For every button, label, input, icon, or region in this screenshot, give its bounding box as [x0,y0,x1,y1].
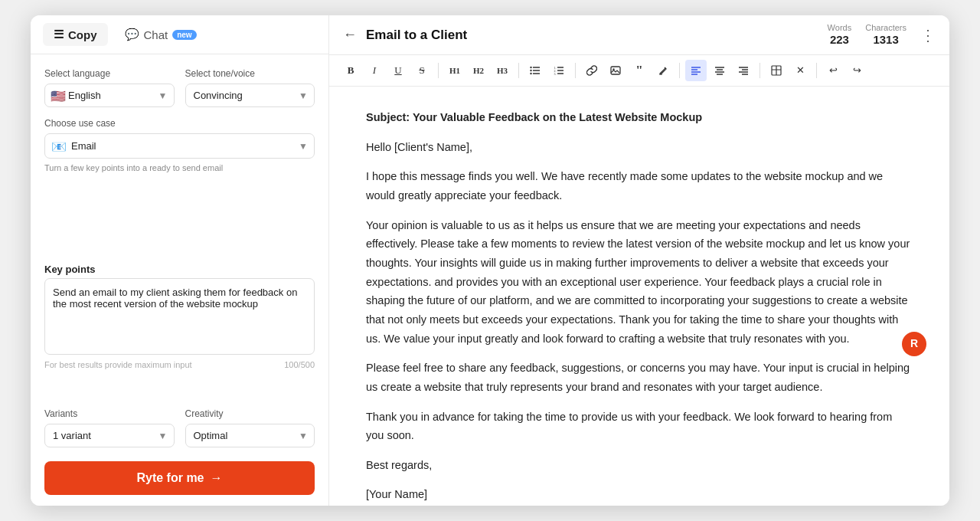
toolbar-undo[interactable]: ↩ [822,60,844,81]
toolbar-bold[interactable]: B [340,60,361,81]
toolbar-align-right[interactable] [733,60,754,81]
words-value: 223 [830,33,849,47]
key-points-field: Key points Send an email to my client as… [44,264,315,398]
toolbar-sep-2 [518,63,519,78]
toolbar-sep-3 [575,63,576,78]
more-options-button[interactable]: ⋮ [920,26,936,44]
chars-value: 1313 [873,33,898,47]
tab-copy[interactable]: ☰ Copy [43,23,108,46]
email-para3: Please feel free to share any feedback, … [366,359,913,396]
use-case-label: Choose use case [44,118,315,129]
toolbar-h3[interactable]: H3 [492,60,513,81]
email-signature: [Your Name] [366,485,913,504]
chat-tab-icon: 💬 [125,28,139,41]
variants-field: Variants 1 variant 2 variants 3 variants… [44,408,175,447]
toolbar-sep-5 [760,63,760,78]
copy-tab-label: Copy [68,28,97,41]
language-select-wrapper: English French Spanish German 🇺🇸 ▼ [44,84,175,107]
toolbar-sep-1 [438,63,439,78]
email-subject: Subject: Your Valuable Feedback on the L… [366,108,913,127]
email-para2: Your opinion is valuable to us as it hel… [366,216,913,348]
svg-point-3 [530,67,531,68]
tone-select[interactable]: Convincing Formal Casual Friendly [185,84,315,107]
svg-point-5 [530,73,531,74]
toolbar-align-center[interactable] [709,60,730,81]
svg-point-4 [530,70,531,71]
variants-creativity-row: Variants 1 variant 2 variants 3 variants… [44,408,315,447]
back-button[interactable]: ← [343,27,357,43]
header-meta: Words 223 Characters 1313 ⋮ [828,23,936,47]
chat-badge: new [172,30,196,40]
toolbar-h2[interactable]: H2 [468,60,489,81]
tone-label: Select tone/voice [185,68,315,79]
svg-rect-12 [611,67,620,74]
right-panel: ← Email to a Client Words 223 Characters… [329,15,949,506]
language-label: Select language [44,68,175,79]
chat-tab-label: Chat [144,28,168,41]
copy-tab-icon: ☰ [54,28,64,41]
ryte-button-arrow: → [211,471,223,485]
toolbar-quote[interactable]: " [629,60,650,81]
tone-select-wrapper: Convincing Formal Casual Friendly ▼ [185,84,315,107]
right-header: ← Email to a Client Words 223 Characters… [329,15,949,55]
toolbar-list-ol[interactable]: 1.2.3. [548,60,570,81]
toolbar-strikethrough[interactable]: S [411,60,433,81]
editor-toolbar: B I U S H1 H2 H3 1.2.3. " [329,55,949,87]
creativity-label: Creativity [185,408,315,419]
char-count-block: Characters 1313 [865,23,906,47]
toolbar-list-ul[interactable] [524,60,546,81]
variants-select-wrapper: 1 variant 2 variants 3 variants ▼ [44,424,175,447]
svg-text:3.: 3. [554,72,557,76]
left-header: ☰ Copy 💬 Chat new [31,15,328,54]
lang-tone-row: Select language English French Spanish G… [44,68,315,107]
toolbar-italic[interactable]: I [364,60,385,81]
email-para1: I hope this message finds you well. We h… [366,167,913,205]
words-label: Words [828,23,852,33]
email-closing: Best regards, [366,456,913,475]
user-avatar: R [902,332,926,356]
toolbar-highlight[interactable] [652,60,674,81]
use-case-wrapper: 📧 Email Blog Social ▼ [44,133,315,159]
left-body: Select language English French Spanish G… [31,54,328,506]
editor-content[interactable]: Subject: Your Valuable Feedback on the L… [329,87,949,506]
key-points-label: Key points [44,264,315,275]
creativity-select[interactable]: Optimal Low High [185,424,315,447]
use-case-hint: Turn a few key points into a ready to se… [44,163,315,172]
email-greeting: Hello [Client's Name], [366,138,913,157]
language-select[interactable]: English French Spanish German [44,84,175,107]
app-container: ☰ Copy 💬 Chat new Select language Englis… [31,15,949,506]
email-para4: Thank you in advance for taking the time… [366,408,913,445]
toolbar-underline[interactable]: U [387,60,409,81]
language-field: Select language English French Spanish G… [44,68,175,107]
use-case-select[interactable]: Email Blog Social [44,133,315,159]
toolbar-align-left[interactable] [685,60,707,81]
toolbar-image[interactable] [605,60,626,81]
chars-label: Characters [865,23,906,33]
key-points-textarea[interactable]: Send an email to my client asking them f… [44,278,315,355]
document-title: Email to a Client [366,28,818,43]
toolbar-sep-6 [816,63,817,78]
toolbar-table[interactable] [766,60,787,81]
key-points-hint: For best results provide maximum input [44,360,192,369]
left-panel: ☰ Copy 💬 Chat new Select language Englis… [31,15,329,506]
toolbar-clear[interactable]: ✕ [789,60,811,81]
variants-label: Variants [44,408,175,419]
use-case-field: Choose use case 📧 Email Blog Social ▼ Tu… [44,118,315,253]
creativity-field: Creativity Optimal Low High ▼ [185,408,315,447]
toolbar-h1[interactable]: H1 [444,60,466,81]
tab-chat[interactable]: 💬 Chat new [114,23,207,46]
creativity-select-wrapper: Optimal Low High ▼ [185,424,315,447]
toolbar-sep-4 [679,63,680,78]
ryte-button-label: Ryte for me [136,471,204,485]
tone-field: Select tone/voice Convincing Formal Casu… [185,68,315,107]
key-points-count: 100/500 [284,360,315,369]
ryte-button[interactable]: Ryte for me → [44,461,315,495]
variants-select[interactable]: 1 variant 2 variants 3 variants [44,424,175,447]
toolbar-link[interactable] [581,60,603,81]
toolbar-redo[interactable]: ↪ [846,60,867,81]
key-points-footer: For best results provide maximum input 1… [44,360,315,369]
word-count-block: Words 223 [828,23,852,47]
